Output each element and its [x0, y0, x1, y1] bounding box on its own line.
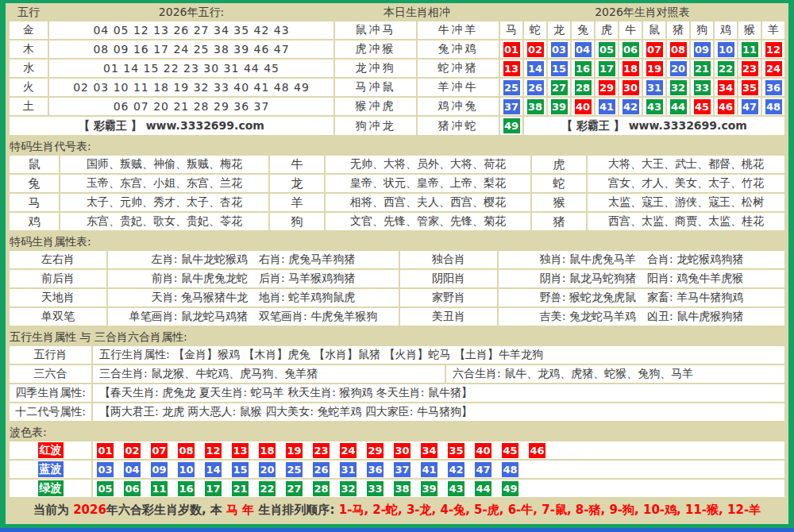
five-attribute-row: 三六合三合生肖: 鼠龙猴、牛蛇鸡、虎马狗、兔羊猪六合生肖: 鼠牛、龙鸡、虎猪、蛇…: [10, 365, 784, 383]
lottery-number-box: 35: [448, 443, 464, 458]
lottery-number-box: 07: [151, 443, 168, 458]
zodiac-column-header: 猪: [667, 21, 689, 39]
zodiac-column-header: 狗: [691, 21, 713, 39]
lottery-number-box: 15: [551, 61, 568, 76]
lottery-number-box: 05: [599, 42, 615, 57]
brand-watermark: 【 彩霸王 】 www.3332699.com: [524, 117, 784, 135]
five-elements-row: 金04 05 12 13 26 27 34 35 42 43鼠冲马牛冲羊马蛇龙兔…: [10, 21, 784, 39]
zodiac-code-row: 鼠国师、叛贼、神偷、叛贼、梅花牛无帅、大将、员外、大将、荷花虎大将、大王、武士、…: [10, 156, 784, 173]
lottery-number-box: 22: [259, 481, 276, 496]
clash-pair: 龙冲狗: [335, 60, 416, 77]
zodiac-label: 虎: [532, 156, 586, 173]
lottery-zodiac-reference-page: 五行 2026年五行: 本日生肖相冲 2026年生肖对照表 金04 05 12 …: [0, 0, 794, 532]
zodiac-number-cell: 01: [500, 40, 522, 58]
wave-row: 红波0102070812131819232429303435404546: [10, 441, 784, 459]
attribute-values: 前肖: 鼠牛虎兔龙蛇 后肖: 马羊猴鸡狗猪: [108, 270, 399, 287]
element-label: 木: [10, 40, 48, 58]
attribute-values: 单笔画肖: 鼠龙蛇马鸡猪 双笔画肖: 牛虎兔羊猴狗: [108, 308, 399, 326]
lottery-number-box: 37: [503, 99, 520, 114]
lottery-number-box: 04: [575, 42, 592, 57]
lottery-number-box: 42: [448, 462, 464, 477]
lottery-number-box: 29: [367, 443, 384, 458]
lottery-number-box: 32: [340, 481, 357, 496]
zodiac-column-header: 鼠: [643, 21, 665, 39]
lottery-number-box: 29: [599, 80, 615, 95]
zodiac-label: 马: [10, 194, 59, 211]
five-elements-row: 土06 07 20 21 28 29 36 37猴冲虎鸡冲兔3738394041…: [10, 98, 784, 115]
zodiac-code-names: 太监、寇王、游侠、寇王、松树: [588, 194, 784, 211]
zodiac-number-cell: 20: [667, 60, 689, 77]
wave-label-cell: 红波: [10, 441, 91, 459]
zodiac-code-names: 无帅、大将、员外、大将、荷花: [326, 156, 530, 173]
five-elements-row: 木08 09 16 17 24 25 38 39 46 47虎冲猴兔冲鸡0102…: [10, 40, 784, 58]
lottery-number-box: 05: [97, 481, 114, 496]
lottery-number-box: 17: [599, 61, 615, 76]
col-header-daily-clash: 本日生肖相冲: [335, 6, 499, 20]
zodiac-column-header: 龙: [548, 21, 570, 39]
attribute-label: 前后肖: [10, 270, 106, 287]
attribute-values: 左肖: 鼠牛龙蛇猴鸡 右肖: 虎兔马羊狗猪: [108, 251, 399, 268]
lottery-number-box: 28: [575, 80, 592, 95]
lottery-number-box: 25: [286, 462, 303, 477]
lottery-number-box: 45: [502, 443, 518, 458]
element-label: 土: [10, 98, 48, 115]
status-bar: 当前为 2026年六合彩生肖岁数, 本 马 年 生肖排列顺序: 1-马, 2-蛇…: [8, 499, 786, 518]
zodiac-number-cell: 06: [619, 40, 642, 58]
lottery-number-box: 31: [646, 80, 663, 95]
zodiac-number-cell: 47: [738, 98, 761, 115]
lottery-number-box: 08: [670, 42, 687, 57]
lottery-number-box: 19: [286, 443, 303, 458]
lottery-number-box: 39: [551, 99, 568, 114]
wave-label: 红波: [38, 442, 64, 458]
zodiac-number-cell: 27: [548, 79, 570, 96]
zodiac-number-cell: 41: [596, 98, 618, 115]
zodiac-code-row: 兔玉帝、东宫、小姐、东宫、兰花龙皇帝、状元、皇帝、上帝、梨花蛇宫女、才人、美女、…: [10, 175, 784, 192]
attribute-label: 阴阳肖: [400, 270, 497, 287]
attribute-label: 独合肖: [400, 251, 497, 268]
lottery-number-box: 40: [475, 443, 491, 458]
clash-pair: 兔冲鸡: [418, 40, 499, 58]
clash-pair: 虎冲猴: [335, 40, 416, 58]
lottery-number-box: 25: [503, 80, 520, 95]
attribute-values: 【春天生肖: 虎兔龙 夏天生肖: 蛇马羊 秋天生肖: 猴狗鸡 冬天生肖: 鼠牛猪…: [93, 384, 784, 402]
zodiac-code-names: 大将、大王、武士、都督、桃花: [588, 156, 784, 173]
lottery-number-box: 49: [502, 481, 518, 496]
five-attribute-row: 五行肖五行生肖属性: 【金肖】猴鸡 【木肖】虎兔 【水肖】鼠猪 【火肖】蛇马 【…: [10, 346, 784, 364]
element-numbers: 02 03 10 11 18 19 32 33 40 41 48 49: [49, 79, 333, 96]
zodiac-label: 猴: [532, 194, 586, 211]
zodiac-code-names: 玉帝、东宫、小姐、东宫、兰花: [60, 175, 268, 192]
clash-pair: 狗冲龙: [335, 117, 416, 135]
attribute-label: 单双笔: [10, 308, 106, 326]
zodiac-code-names: 文官、先锋、管家、先锋、菊花: [326, 213, 530, 230]
five-element-attributes-table: 五行肖五行生肖属性: 【金肖】猴鸡 【木肖】虎兔 【水肖】鼠猪 【火肖】蛇马 【…: [8, 345, 786, 422]
lottery-number-box: 23: [742, 61, 758, 76]
zodiac-number-cell: 48: [762, 98, 784, 115]
lottery-number-box: 06: [124, 481, 141, 496]
lottery-number-box: 44: [670, 99, 687, 114]
zodiac-number-cell: 07: [643, 40, 665, 58]
zodiac-number-cell: 11: [738, 40, 761, 58]
clash-pair: 鸡冲兔: [418, 98, 499, 115]
clash-pair: 猪冲蛇: [418, 117, 499, 135]
zodiac-column-header: 猴: [738, 21, 761, 39]
lottery-number-box: 20: [670, 61, 687, 76]
lottery-number-box: 24: [340, 443, 357, 458]
lottery-number-box: 02: [124, 443, 141, 458]
lottery-number-box: 19: [646, 61, 663, 76]
element-numbers: 04 05 12 13 26 27 34 35 42 43: [49, 21, 333, 39]
attribute-values: 独肖: 鼠牛虎兔马羊 合肖: 龙蛇猴鸡狗猪: [499, 251, 784, 268]
bottom-blue-border: [0, 528, 794, 532]
attribute-label: 家野肖: [400, 289, 497, 306]
zodiac-attributes-table: 左右肖左肖: 鼠牛龙蛇猴鸡 右肖: 虎兔马羊狗猪独合肖独肖: 鼠牛虎兔马羊 合肖…: [8, 249, 786, 327]
lottery-number-box: 37: [394, 462, 410, 477]
lottery-number-box: 35: [742, 80, 758, 95]
attribute-label: 天地肖: [10, 289, 106, 306]
lottery-number-box: 45: [694, 99, 711, 114]
lottery-number-box: 13: [503, 61, 520, 76]
lottery-number-box: 41: [599, 99, 615, 114]
zodiac-label: 龙: [270, 175, 324, 192]
zodiac-number-cell: 21: [691, 60, 713, 77]
zodiac-number-cell: 05: [596, 40, 618, 58]
lottery-number-box: 44: [475, 481, 491, 496]
zodiac-number-cell: 44: [667, 98, 689, 115]
